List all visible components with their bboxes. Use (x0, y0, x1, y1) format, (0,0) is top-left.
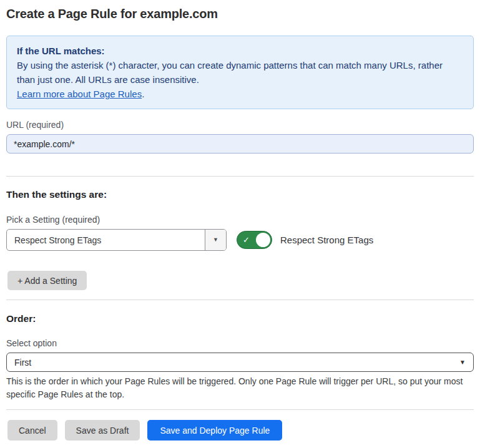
divider (6, 409, 474, 410)
page-title: Create a Page Rule for example.com (6, 6, 474, 22)
info-box-heading: If the URL matches: (17, 44, 463, 58)
url-field-label: URL (required) (6, 119, 474, 130)
toggle-label: Respect Strong ETags (280, 235, 373, 245)
order-help-text: This is the order in which your Page Rul… (6, 375, 474, 401)
add-setting-button[interactable]: + Add a Setting (7, 271, 87, 290)
settings-section-heading: Then the settings are: (6, 188, 474, 200)
info-box-body: By using the asterisk (*) character, you… (17, 58, 463, 87)
save-and-deploy-button[interactable]: Save and Deploy Page Rule (147, 420, 282, 441)
setting-select-arrow-button[interactable]: ▼ (205, 230, 226, 250)
setting-select-dropdown[interactable]: Respect Strong ETags ▼ (6, 229, 227, 251)
toggle-knob (256, 233, 270, 247)
cancel-button[interactable]: Cancel (7, 420, 57, 441)
order-section-heading: Order: (6, 313, 474, 324)
check-icon: ✓ (243, 236, 250, 244)
chevron-down-icon: ▼ (213, 237, 218, 243)
setting-select-value: Respect Strong ETags (7, 235, 205, 245)
etags-toggle[interactable]: ✓ (237, 231, 272, 249)
chevron-down-icon: ▼ (459, 359, 466, 366)
divider (6, 176, 474, 177)
order-select-dropdown[interactable]: First ▼ (6, 353, 474, 372)
pick-setting-label: Pick a Setting (required) (6, 214, 474, 225)
learn-more-link[interactable]: Learn more about Page Rules (17, 89, 142, 99)
footer-actions: Cancel Save as Draft Save and Deploy Pag… (6, 420, 474, 441)
page-rule-form: Create a Page Rule for example.com If th… (0, 6, 480, 441)
save-as-draft-button[interactable]: Save as Draft (65, 420, 140, 441)
setting-row: Respect Strong ETags ▼ ✓ Respect Strong … (6, 229, 474, 251)
divider (6, 299, 474, 300)
order-select-label: Select option (6, 338, 474, 349)
link-period: . (142, 89, 144, 99)
url-input[interactable] (6, 134, 474, 153)
info-box-link-line: Learn more about Page Rules. (17, 87, 463, 101)
order-select-value: First (14, 358, 31, 368)
url-match-info-box: If the URL matches: By using the asteris… (6, 36, 474, 109)
